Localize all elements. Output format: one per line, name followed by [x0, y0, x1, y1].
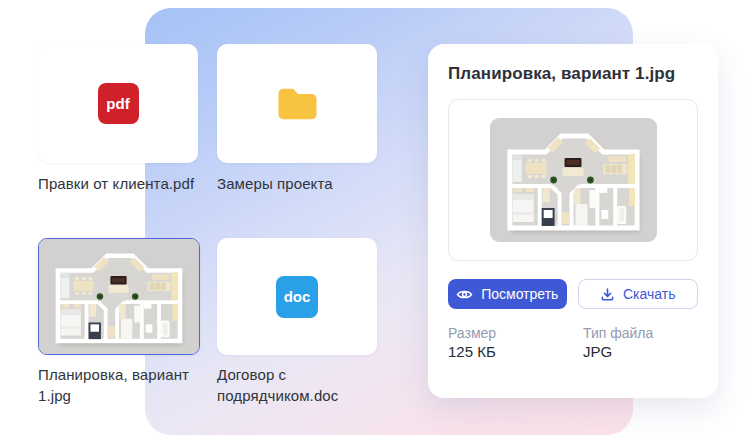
folder-icon — [274, 85, 321, 123]
file-name: Правки от клиента.pdf — [38, 173, 210, 194]
eye-icon — [456, 288, 473, 301]
pdf-icon: pdf — [98, 83, 139, 124]
file-card-folder[interactable] — [217, 44, 377, 163]
file-card-floorplan-selected[interactable] — [38, 238, 200, 355]
view-button-label: Посмотреть — [481, 286, 558, 302]
preview-image — [490, 118, 657, 242]
file-name: Планировка, вариант 1.jpg — [38, 364, 204, 406]
doc-badge-label: doc — [284, 288, 311, 305]
preview-frame — [448, 99, 698, 261]
view-button[interactable]: Посмотреть — [448, 279, 567, 309]
floorplan-thumbnail — [39, 239, 199, 354]
download-button[interactable]: Скачать — [578, 279, 699, 309]
file-meta: Размер 125 КБ Тип файла JPG — [448, 325, 698, 360]
file-detail-card: Планировка, вариант 1.jpg Посмотреть Ска… — [428, 44, 718, 398]
page-background: pdf Правки от клиента.pdf Замеры проекта… — [0, 0, 753, 441]
file-name: Замеры проекта — [217, 173, 387, 194]
file-card-pdf[interactable]: pdf — [38, 44, 198, 163]
file-card-doc[interactable]: doc — [217, 238, 377, 355]
action-buttons: Посмотреть Скачать — [448, 279, 698, 309]
download-button-label: Скачать — [623, 286, 676, 302]
meta-size-value: 125 КБ — [448, 343, 583, 360]
file-name: Договор с подрядчиком.doc — [217, 364, 385, 406]
pdf-badge-label: pdf — [106, 95, 129, 112]
meta-type-label: Тип файла — [583, 325, 698, 341]
download-icon — [600, 287, 615, 302]
doc-icon: doc — [276, 276, 318, 318]
floorplan-preview — [490, 118, 657, 242]
detail-title: Планировка, вариант 1.jpg — [448, 64, 698, 84]
meta-size-label: Размер — [448, 325, 583, 341]
meta-type-value: JPG — [583, 343, 698, 360]
